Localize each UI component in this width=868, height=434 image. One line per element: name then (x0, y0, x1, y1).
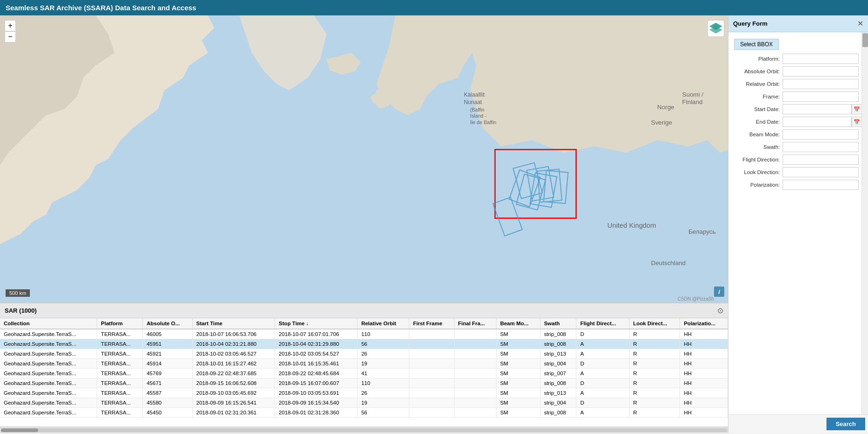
info-button[interactable]: i (714, 287, 724, 297)
table-cell: 45587 (143, 388, 192, 398)
table-column-header[interactable]: Look Direct... (629, 318, 680, 329)
table-cell: D (576, 329, 629, 339)
table-column-header[interactable]: Platform (97, 318, 143, 329)
beam-mode-input[interactable] (783, 129, 859, 140)
table-row[interactable]: Geohazard.Supersite.TerraS...TERRASA...4… (0, 408, 728, 418)
table-row[interactable]: Geohazard.Supersite.TerraS...TERRASA...4… (0, 349, 728, 359)
table-cell: Geohazard.Supersite.TerraS... (0, 378, 97, 388)
query-form-header: Query Form ✕ (728, 15, 868, 32)
absolute-orbit-row: Absolute Orbit: (731, 66, 859, 77)
table-cell: R (629, 408, 680, 418)
table-cell: R (629, 388, 680, 398)
table-cell: HH (680, 408, 728, 418)
query-form-close-button[interactable]: ✕ (857, 19, 863, 28)
frame-input[interactable] (783, 91, 859, 102)
table-column-header[interactable]: Start Time (192, 318, 275, 329)
table-cell: 26 (357, 349, 409, 359)
table-column-header[interactable]: Final Fra... (454, 318, 496, 329)
relative-orbit-row: Relative Orbit: (731, 79, 859, 89)
end-date-label: End Date: (731, 119, 783, 125)
table-cell: A (576, 339, 629, 349)
table-row[interactable]: Geohazard.Supersite.TerraS...TERRASA...4… (0, 359, 728, 369)
flight-direction-input[interactable] (783, 154, 859, 165)
table-cell: A (576, 408, 629, 418)
results-collapse-button[interactable]: ⊙ (717, 306, 723, 315)
swath-input[interactable] (783, 142, 859, 152)
table-row[interactable]: Geohazard.Supersite.TerraS...TERRASA...4… (0, 398, 728, 408)
zoom-in-button[interactable]: + (5, 20, 16, 31)
app-title: Seamless SAR Archive (SSARA) Data Search… (6, 4, 196, 12)
results-table-container[interactable]: CollectionPlatformAbsolute O...Start Tim… (0, 318, 728, 427)
table-row[interactable]: Geohazard.Supersite.TerraS...TERRASA...4… (0, 378, 728, 388)
query-panel-inner: Select BBOX Platform: Absolute Orbit: Re… (728, 32, 868, 414)
search-button[interactable]: Search (826, 418, 865, 430)
table-row[interactable]: Geohazard.Supersite.TerraS...TERRASA...4… (0, 329, 728, 339)
svg-text:île de Baffin: île de Baffin (469, 119, 496, 125)
relative-orbit-input[interactable] (783, 79, 859, 89)
scale-label: 500 km (6, 289, 30, 297)
table-cell: SM (496, 388, 540, 398)
table-column-header[interactable]: Collection (0, 318, 97, 329)
table-row[interactable]: Geohazard.Supersite.TerraS...TERRASA...4… (0, 369, 728, 378)
platform-input[interactable] (783, 54, 859, 64)
polarization-label: Polarization: (731, 182, 783, 188)
svg-text:Norge: Norge (657, 104, 674, 111)
table-row[interactable]: Geohazard.Supersite.TerraS...TERRASA...4… (0, 388, 728, 398)
absolute-orbit-input[interactable] (783, 66, 859, 77)
table-cell: HH (680, 339, 728, 349)
table-cell: strip_008 (540, 329, 576, 339)
table-cell: strip_008 (540, 378, 576, 388)
end-date-calendar-button[interactable]: 📅 (852, 117, 861, 127)
end-date-input[interactable] (783, 117, 852, 127)
table-cell (409, 369, 454, 378)
table-column-header[interactable]: Polarizatio... (680, 318, 728, 329)
table-column-header[interactable]: Flight Direct... (576, 318, 629, 329)
table-column-header[interactable]: Beam Mo... (496, 318, 540, 329)
table-cell: strip_004 (540, 398, 576, 408)
flight-direction-label: Flight Direction: (731, 157, 783, 162)
query-form-body: Select BBOX Platform: Absolute Orbit: Re… (728, 32, 861, 414)
zoom-controls: + − (5, 20, 16, 42)
table-cell (454, 349, 496, 359)
bottom-scrollbar-thumb (1, 428, 38, 432)
results-table-header: CollectionPlatformAbsolute O...Start Tim… (0, 318, 728, 329)
select-bbox-button[interactable]: Select BBOX (734, 39, 779, 50)
start-date-label: Start Date: (731, 106, 783, 112)
platform-row: Platform: (731, 54, 859, 64)
end-date-row: End Date: 📅 (731, 117, 859, 127)
watermark: CSDN @PizzaSh (678, 296, 714, 301)
start-date-row: Start Date: 📅 (731, 104, 859, 114)
beam-mode-row: Beam Mode: (731, 129, 859, 140)
frame-row: Frame: (731, 91, 859, 102)
table-column-header[interactable]: Stop Time ↓ (275, 318, 357, 329)
table-column-header[interactable]: Swath (540, 318, 576, 329)
table-cell: Geohazard.Supersite.TerraS... (0, 369, 97, 378)
table-column-header[interactable]: First Frame (409, 318, 454, 329)
table-cell (454, 388, 496, 398)
start-date-calendar-button[interactable]: 📅 (852, 104, 861, 114)
polarization-input[interactable] (783, 180, 859, 190)
table-cell: 19 (357, 359, 409, 369)
map[interactable]: Norge Suomi / Finland Sverige United Kin… (0, 15, 728, 302)
table-cell: strip_008 (540, 339, 576, 349)
table-column-header[interactable]: Absolute O... (143, 318, 192, 329)
table-cell: R (629, 378, 680, 388)
start-date-input[interactable] (783, 104, 852, 114)
bottom-scrollbar[interactable] (0, 427, 728, 433)
table-cell: TERRASA... (97, 339, 143, 349)
query-form-scrollbar[interactable] (861, 32, 868, 414)
beam-mode-label: Beam Mode: (731, 132, 783, 137)
zoom-out-button[interactable]: − (5, 31, 16, 42)
table-column-header[interactable]: Relative Orbit (357, 318, 409, 329)
table-cell: 110 (357, 329, 409, 339)
layer-button[interactable] (707, 20, 724, 37)
table-cell: 2018-10-02 03:05:46.527 (192, 349, 275, 359)
table-cell (454, 398, 496, 408)
table-cell: HH (680, 359, 728, 369)
table-cell: D (576, 359, 629, 369)
look-direction-input[interactable] (783, 167, 859, 177)
table-cell: SM (496, 349, 540, 359)
svg-text:Finland: Finland (682, 98, 703, 105)
table-cell: strip_007 (540, 369, 576, 378)
table-row[interactable]: Geohazard.Supersite.TerraS...TERRASA...4… (0, 339, 728, 349)
